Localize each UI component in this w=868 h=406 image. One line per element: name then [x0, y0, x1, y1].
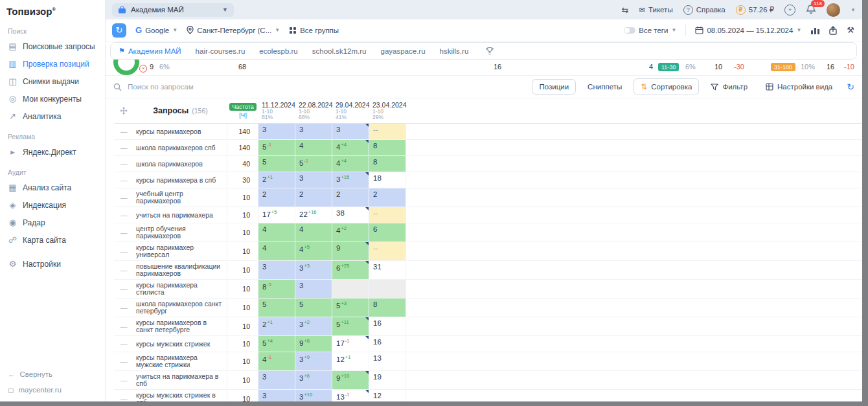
position-cell[interactable]: 31	[369, 261, 406, 279]
project-tab[interactable]: hskills.ru	[440, 47, 469, 55]
sidebar-item-yandex-direct[interactable]: ▸Яндекс.Директ	[0, 143, 105, 161]
sidebar-item-sitemap[interactable]: ☍Карта сайта	[0, 231, 105, 249]
query-cell[interactable]: повышение квалификации парикмахеров	[133, 261, 227, 279]
frequency-header[interactable]: Частота [Ч]	[227, 98, 258, 123]
export-icon[interactable]	[828, 26, 838, 35]
trophy-icon[interactable]	[485, 47, 494, 55]
refresh-positions-icon[interactable]: ↻	[847, 82, 854, 92]
tools-icon[interactable]: ⚒	[847, 25, 854, 35]
position-cell[interactable]: 4+5	[295, 242, 332, 260]
chevron-down-icon[interactable]: ▼	[851, 7, 856, 13]
position-cell[interactable]: 38	[332, 207, 369, 223]
sidebar-item-queries[interactable]: ▤Поисковые запросы	[0, 38, 105, 55]
query-cell[interactable]: учиться на парикмахера	[133, 207, 227, 223]
position-cell[interactable]: 4+4	[332, 156, 369, 172]
position-cell[interactable]: 3+3	[295, 261, 332, 279]
project-tab[interactable]: ecolespb.ru	[259, 47, 297, 55]
project-domain-link[interactable]: ▢ maycenter.ru	[0, 382, 105, 398]
position-cell[interactable]: 9+8	[295, 336, 332, 352]
position-cell[interactable]: 5+4	[258, 336, 295, 352]
position-cell[interactable]: 4	[258, 223, 295, 242]
position-cell[interactable]: --	[369, 242, 406, 260]
filter-button[interactable]: Фильтр	[704, 80, 754, 94]
position-cell[interactable]: 2+1	[258, 172, 295, 188]
position-cell[interactable]: 4	[258, 242, 295, 260]
position-cell[interactable]: 3	[295, 172, 332, 188]
row-drag-handle[interactable]: —	[114, 124, 133, 139]
position-cell[interactable]: 5	[258, 156, 295, 172]
query-cell[interactable]: курсы парикмахера мужские стрижки	[133, 352, 227, 370]
position-cell[interactable]: 2	[332, 188, 369, 207]
position-cell[interactable]: 6	[369, 223, 406, 242]
row-drag-handle[interactable]: —	[114, 390, 133, 401]
project-tab[interactable]: school.sk12m.ru	[312, 47, 367, 55]
project-selector[interactable]: Академия МАЙ ▼	[112, 3, 234, 17]
collapse-button[interactable]: ← Свернуть	[0, 367, 105, 382]
project-tab[interactable]: gayaspace.ru	[381, 47, 426, 55]
position-cell[interactable]: 6+25	[332, 261, 369, 279]
date-range-selector[interactable]: 08.05.2024 — 15.12.2024 ▼	[695, 26, 801, 34]
plus-icon[interactable]: +	[784, 5, 795, 16]
row-drag-handle[interactable]: —	[114, 317, 133, 335]
sidebar-item-competitors[interactable]: ◎Мои конкуренты	[0, 90, 105, 107]
date-column-header[interactable]: 11.12.20241-1081%	[258, 98, 295, 123]
position-cell[interactable]: 3+15	[332, 172, 369, 188]
avatar[interactable]	[827, 3, 840, 17]
search-input[interactable]	[126, 82, 271, 91]
region-selector[interactable]: Санкт-Петербург (С... ▼	[187, 26, 280, 34]
position-cell[interactable]: 4+2	[332, 223, 369, 242]
sidebar-item-radar[interactable]: ◉Радар	[0, 214, 105, 231]
position-cell[interactable]: 5+3	[332, 299, 369, 317]
row-drag-handle[interactable]: —	[114, 371, 133, 389]
sidebar-item-positions[interactable]: ▥Проверка позиций	[0, 55, 105, 73]
project-tab[interactable]: hair-courses.ru	[196, 47, 246, 55]
position-cell[interactable]: 3	[295, 124, 332, 139]
help-button[interactable]: ? Справка	[683, 5, 725, 15]
position-cell[interactable]: 2	[258, 188, 295, 207]
position-cell[interactable]: --	[369, 124, 406, 139]
position-cell[interactable]: 5	[295, 299, 332, 317]
date-column-header[interactable]: 22.08.20241-1068%	[295, 98, 332, 123]
sync-icon[interactable]: ⇆	[621, 5, 628, 15]
position-cell[interactable]: 12	[369, 390, 406, 401]
row-drag-handle[interactable]: —	[114, 280, 133, 298]
position-cell[interactable]: 2	[295, 188, 332, 207]
project-tab[interactable]: ⚑Академия МАЙ	[119, 47, 181, 55]
position-cell[interactable]: 19	[369, 371, 406, 389]
sidebar-item-site-analysis[interactable]: ▦Анализ сайта	[0, 179, 105, 196]
query-cell[interactable]: школа парикмахеров	[133, 156, 227, 172]
position-cell[interactable]: 3+2	[295, 317, 332, 335]
query-cell[interactable]: учиться на парикмахера в спб	[133, 371, 227, 389]
position-cell[interactable]: 8-5	[258, 280, 295, 298]
position-cell[interactable]: 3+9	[295, 352, 332, 370]
position-cell[interactable]: 3	[258, 261, 295, 279]
date-column-header[interactable]: 23.04.20241-1029%	[369, 98, 406, 123]
refresh-button[interactable]: ↻	[112, 23, 126, 38]
query-cell[interactable]: учебный центр парикмахеров	[133, 188, 227, 207]
position-cell[interactable]: 8	[369, 156, 406, 172]
balance-button[interactable]: ₽ 57.26 ₽	[736, 5, 774, 15]
row-drag-handle[interactable]: —	[114, 299, 133, 317]
position-cell[interactable]: 3	[295, 280, 332, 298]
query-cell[interactable]: курсы парикмахер универсал	[133, 242, 227, 260]
view-settings-button[interactable]: Настройки вида	[759, 80, 839, 94]
position-cell[interactable]: 17-1	[332, 336, 369, 352]
row-drag-handle[interactable]: —	[114, 156, 133, 172]
position-cell[interactable]: 3+6	[295, 371, 332, 389]
sidebar-item-indexing[interactable]: ◈Индексация	[0, 196, 105, 214]
date-column-header[interactable]: 29.04.20241-1041%	[332, 98, 369, 123]
position-cell[interactable]: 22+16	[295, 207, 332, 223]
position-cell[interactable]	[369, 280, 406, 298]
notifications-button[interactable]: 118	[806, 4, 816, 16]
position-cell[interactable]: 4-1	[258, 352, 295, 370]
position-cell[interactable]: 12+1	[332, 352, 369, 370]
query-cell[interactable]: школа парикмахеров спб	[133, 140, 227, 155]
sort-button[interactable]: ⇅ Сортировка	[634, 78, 699, 95]
position-cell[interactable]: 5+11	[332, 317, 369, 335]
search-engine-selector[interactable]: G Google ▼	[135, 25, 177, 35]
position-cell[interactable]: 3	[258, 390, 295, 401]
position-cell[interactable]: 3+10	[295, 390, 332, 401]
groups-selector[interactable]: Все группы	[289, 27, 339, 34]
position-cell[interactable]: 13-1	[332, 390, 369, 401]
position-cell[interactable]: 3	[258, 124, 295, 139]
